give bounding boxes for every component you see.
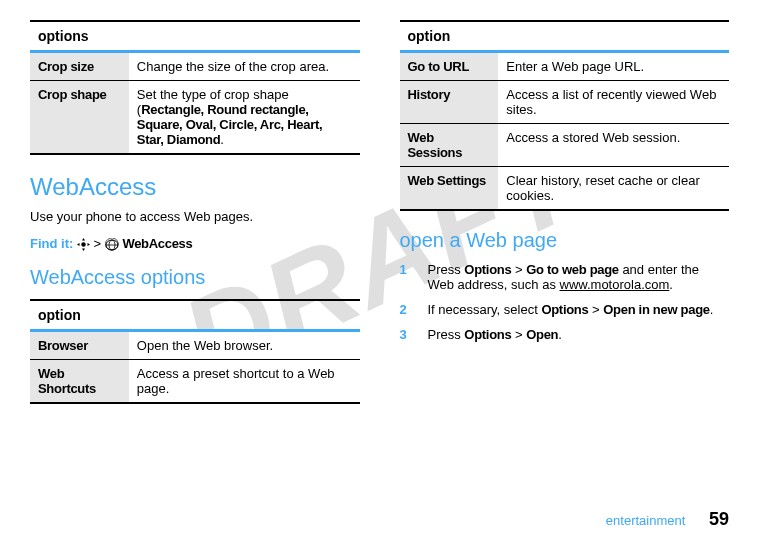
globe-icon	[105, 236, 123, 251]
text: .	[669, 277, 673, 292]
text: Press	[428, 327, 465, 342]
page-footer: entertainment 59	[606, 509, 729, 530]
text: .	[710, 302, 714, 317]
webaccess-heading: WebAccess	[30, 173, 360, 201]
row-label: Browser	[30, 330, 129, 359]
table-row: Web Shortcuts Access a preset shortcut t…	[30, 359, 360, 403]
bold-text: Options	[464, 327, 511, 342]
text: .	[220, 132, 224, 147]
text: >	[588, 302, 603, 317]
row-label: Web Sessions	[400, 124, 499, 167]
row-desc: Clear history, reset cache or clear cook…	[498, 167, 729, 211]
row-desc: Set the type of crop shape (Rectangle, R…	[129, 81, 360, 155]
step-number: 3	[400, 327, 412, 342]
table-row: History Access a list of recently viewed…	[400, 81, 730, 124]
option-table-right: option Go to URL Enter a Web page URL. H…	[400, 20, 730, 211]
step-text: If necessary, select Options > Open in n…	[428, 302, 714, 317]
table-row: Go to URL Enter a Web page URL.	[400, 52, 730, 81]
text: >	[511, 262, 526, 277]
step-number: 2	[400, 302, 412, 317]
step-text: Press Options > Open.	[428, 327, 562, 342]
intro-text: Use your phone to access Web pages.	[30, 209, 360, 224]
find-it-app: WebAccess	[122, 236, 192, 251]
bold-text: Open	[526, 327, 558, 342]
table-row: Web Sessions Access a stored Web session…	[400, 124, 730, 167]
webaccess-options-heading: WebAccess options	[30, 266, 360, 289]
text: If necessary, select	[428, 302, 542, 317]
find-it-label: Find it:	[30, 236, 73, 251]
step-3: 3 Press Options > Open.	[400, 327, 730, 342]
text: >	[511, 327, 526, 342]
row-label: Web Shortcuts	[30, 359, 129, 403]
row-label: Crop size	[30, 52, 129, 81]
row-label: History	[400, 81, 499, 124]
table-row: Crop size Change the size of the crop ar…	[30, 52, 360, 81]
bold-text: Options	[464, 262, 511, 277]
row-label: Crop shape	[30, 81, 129, 155]
step-2: 2 If necessary, select Options > Open in…	[400, 302, 730, 317]
nav-key-icon	[77, 236, 94, 251]
left-column: options Crop size Change the size of the…	[30, 20, 360, 422]
row-desc: Access a list of recently viewed Web sit…	[498, 81, 729, 124]
table-row: Crop shape Set the type of crop shape (R…	[30, 81, 360, 155]
bold-text: Go to web page	[526, 262, 619, 277]
row-label: Go to URL	[400, 52, 499, 81]
bold-list: Rectangle, Round rectangle, Square, Oval…	[137, 102, 322, 147]
text: Press	[428, 262, 465, 277]
row-desc: Access a stored Web session.	[498, 124, 729, 167]
section-name: entertainment	[606, 513, 686, 528]
table-row: Browser Open the Web browser.	[30, 330, 360, 359]
page-number: 59	[709, 509, 729, 529]
table-header: options	[30, 21, 360, 52]
bold-text: Open in new page	[603, 302, 709, 317]
step-text: Press Options > Go to web page and enter…	[428, 262, 730, 292]
row-desc: Access a preset shortcut to a Web page.	[129, 359, 360, 403]
open-web-page-heading: open a Web page	[400, 229, 730, 252]
find-it-line: Find it: > WebAccess	[30, 236, 360, 252]
url-text: www.motorola.com	[560, 277, 670, 292]
step-1: 1 Press Options > Go to web page and ent…	[400, 262, 730, 292]
webaccess-options-table: option Browser Open the Web browser. Web…	[30, 299, 360, 404]
bold-text: Options	[541, 302, 588, 317]
gt-symbol: >	[94, 236, 102, 251]
row-label: Web Settings	[400, 167, 499, 211]
svg-point-0	[81, 242, 85, 246]
step-number: 1	[400, 262, 412, 292]
page-content: options Crop size Change the size of the…	[30, 20, 729, 422]
crop-options-table: options Crop size Change the size of the…	[30, 20, 360, 155]
text: .	[558, 327, 562, 342]
row-desc: Change the size of the crop area.	[129, 52, 360, 81]
row-desc: Open the Web browser.	[129, 330, 360, 359]
table-header: option	[400, 21, 730, 52]
table-row: Web Settings Clear history, reset cache …	[400, 167, 730, 211]
right-column: option Go to URL Enter a Web page URL. H…	[400, 20, 730, 422]
row-desc: Enter a Web page URL.	[498, 52, 729, 81]
table-header: option	[30, 300, 360, 331]
